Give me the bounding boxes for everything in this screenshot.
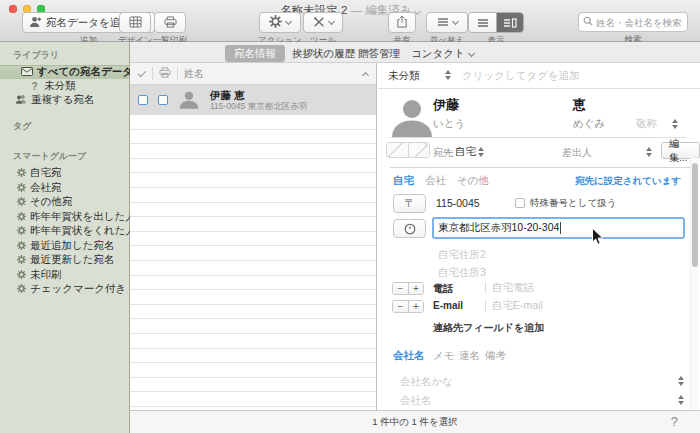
forward-button[interactable] <box>408 143 429 157</box>
sort-lines-icon <box>437 17 449 29</box>
list-print-button[interactable] <box>154 12 186 33</box>
section-tab-joint-names[interactable]: 連名 <box>459 349 480 363</box>
last-name-kana-field[interactable]: いとう <box>433 117 465 131</box>
company-name-field[interactable]: 会社名 <box>400 394 432 408</box>
tag-select[interactable]: 未分類 <box>388 69 420 83</box>
tag-stepper[interactable] <box>445 70 451 80</box>
honorific-field[interactable]: 敬称 <box>636 117 657 131</box>
add-email-button[interactable]: + <box>408 301 423 312</box>
smart-group-recently-added[interactable]: 最近追加した宛名 <box>0 239 129 254</box>
tag-add-field[interactable]: クリックしてタグを追加 <box>462 69 580 83</box>
remove-email-button[interactable]: − <box>393 301 408 312</box>
set-as-addressee-status: 宛先に設定されています <box>575 175 681 188</box>
smart-group-checkmarked[interactable]: チェックマーク付き <box>0 282 129 297</box>
remove-phone-button[interactable]: − <box>393 283 408 294</box>
company-kana-field[interactable]: 会社名かな <box>400 375 453 389</box>
smart-group-unprinted[interactable]: 未印刷 <box>0 268 129 283</box>
addressee-select[interactable]: 自宅 <box>455 145 476 159</box>
gear-icon <box>269 15 282 30</box>
tools-button[interactable] <box>303 12 343 33</box>
section-tab-notes[interactable]: 備考 <box>485 349 506 363</box>
search-input[interactable] <box>596 17 686 28</box>
print-checkbox[interactable] <box>158 95 168 105</box>
back-button[interactable] <box>387 143 408 157</box>
smart-group-label: 昨年年賀状をくれた人 <box>30 224 136 238</box>
last-name-field[interactable]: 伊藤 <box>433 96 459 114</box>
design-button[interactable] <box>119 12 151 33</box>
envelope-icon <box>21 66 33 78</box>
smart-group-home[interactable]: 自宅宛 <box>0 166 129 181</box>
name-column-header[interactable]: 姓名 <box>184 67 357 81</box>
contact-row-selected[interactable]: 伊藤 恵 115-0045 東京都北区赤羽 <box>130 85 376 115</box>
home-address1-input[interactable]: 東京都北区赤羽10-20-304 <box>432 217 685 239</box>
printer-column-icon[interactable] <box>159 67 171 80</box>
question-icon: ? <box>29 81 40 92</box>
sidebar-item-all-contacts[interactable]: すべての宛名データ <box>0 65 129 79</box>
home-address3-field[interactable]: 自宅住所3 <box>438 266 486 280</box>
addressee-stepper[interactable] <box>478 147 484 157</box>
smart-group-label: 会社宛 <box>30 181 62 195</box>
home-phone-field[interactable]: 自宅電話 <box>492 281 534 295</box>
sidebar-item-duplicates[interactable]: 重複する宛名 <box>0 93 129 107</box>
gear-icon <box>17 167 26 179</box>
sidebar-item-label: 未分類 <box>44 79 76 93</box>
section-tab-memo[interactable]: メモ <box>433 349 455 363</box>
first-name-field[interactable]: 恵 <box>573 96 586 114</box>
smart-group-other[interactable]: その他宛 <box>0 195 129 210</box>
avatar <box>388 92 436 142</box>
section-tab-company[interactable]: 会社名 <box>393 349 425 363</box>
address-tab-home[interactable]: 自宅 <box>393 174 414 188</box>
sidebar: ライブラリ すべての宛名データ ? 未分類 重複する宛名 タグ スマートグループ… <box>0 42 130 433</box>
address-tab-other[interactable]: その他 <box>457 174 489 188</box>
home-email-field[interactable]: 自宅E-mail <box>492 299 543 313</box>
share-button[interactable] <box>388 12 416 33</box>
honorific-stepper[interactable] <box>672 119 678 129</box>
tab-greeting-history[interactable]: 挨拶状の履歴 <box>292 47 355 61</box>
address-tab-company[interactable]: 会社 <box>425 174 446 188</box>
postal-mark-button[interactable]: 〒 <box>393 194 426 213</box>
first-name-kana-field[interactable]: めぐみ <box>573 117 605 131</box>
detail-scrollbar-thumb[interactable] <box>692 163 698 267</box>
edit-button[interactable]: 編集... <box>661 142 700 159</box>
duplicate-contacts-icon <box>15 94 27 106</box>
company-name-stepper[interactable] <box>678 395 684 405</box>
view-list-detail-segment[interactable] <box>496 13 523 32</box>
view-list-segment[interactable] <box>469 13 496 32</box>
action-button[interactable] <box>259 12 301 33</box>
home-address2-field[interactable]: 自宅住所2 <box>438 248 486 262</box>
selection-status: 1 件中の 1 件を選択 <box>130 411 700 433</box>
status-bar: 1 件中の 1 件を選択 ? <box>130 410 700 433</box>
home-address1-value: 東京都北区赤羽10-20-304 <box>438 221 559 235</box>
company-kana-stepper[interactable] <box>678 376 684 386</box>
tab-contact-info[interactable]: 宛名情報 <box>225 45 285 62</box>
tab-contacts[interactable]: コンタクト <box>411 47 474 61</box>
help-button[interactable]: ? <box>671 414 678 429</box>
contact-list-panel: 姓名 伊藤 恵 115-0045 東京都北区赤羽 <box>130 63 377 410</box>
smart-group-company[interactable]: 会社宛 <box>0 181 129 196</box>
phone-minus-plus: − + <box>392 282 424 295</box>
gear-icon <box>17 269 26 281</box>
sort-ascending-icon[interactable] <box>362 71 369 78</box>
smart-group-recently-updated[interactable]: 最近更新した宛名 <box>0 253 129 268</box>
tab-contacts-label: コンタクト <box>411 47 465 61</box>
special-number-checkbox[interactable] <box>515 198 525 208</box>
smart-group-received-last-year[interactable]: 昨年年賀状をくれた人 <box>0 224 129 239</box>
smart-group-label: チェックマーク付き <box>30 282 126 296</box>
sender-stepper[interactable] <box>646 147 652 157</box>
address-lookup-button[interactable] <box>393 219 426 238</box>
search-field[interactable] <box>578 12 688 32</box>
divider <box>390 167 690 168</box>
sidebar-item-unclassified[interactable]: ? 未分類 <box>0 79 129 93</box>
detail-scrollbar-track[interactable] <box>690 158 698 410</box>
add-phone-button[interactable]: + <box>408 283 423 294</box>
add-person-icon <box>29 16 42 30</box>
checkmark-column-icon[interactable] <box>138 68 146 76</box>
addressee-label: 宛先 <box>433 146 453 160</box>
smart-groups-header: スマートグループ <box>0 143 129 166</box>
smart-group-label: 自宅宛 <box>30 166 62 180</box>
postal-code-field[interactable]: 115-0045 <box>436 197 480 209</box>
smart-group-sent-last-year[interactable]: 昨年年賀状を出した人 <box>0 210 129 225</box>
check-checkbox[interactable] <box>138 95 148 105</box>
sort-button[interactable] <box>426 12 468 33</box>
tab-gift-management[interactable]: 贈答管理 <box>358 47 400 61</box>
